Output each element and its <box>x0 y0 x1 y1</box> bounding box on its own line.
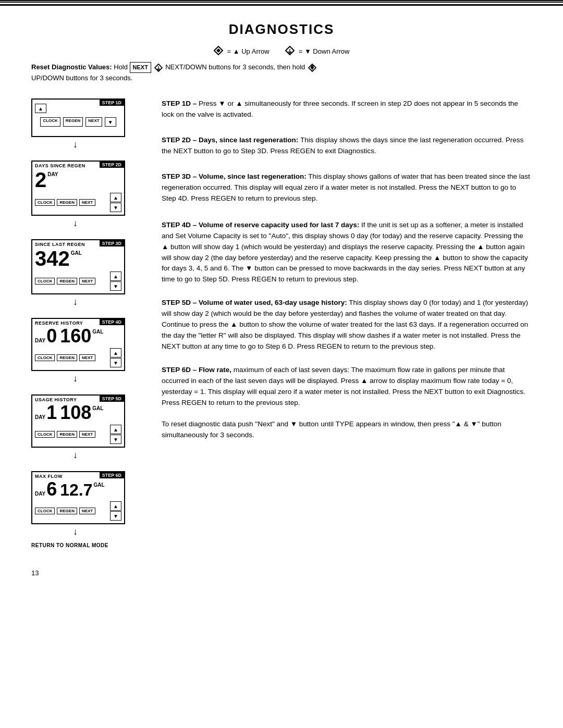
page-number: 13 <box>31 569 532 577</box>
regen-btn-3d: REGEN <box>57 278 77 285</box>
step-2d-unit: DAY <box>47 171 58 177</box>
step-6d-badge: STEP 6D <box>100 472 124 478</box>
step-5d-block: USAGE HISTORY STEP 5D DAY 1 108 GAL CLOC… <box>31 394 146 461</box>
next-btn-4d: NEXT <box>79 354 95 361</box>
left-column: STEP 1D ▲ CLOCK REGEN NEXT ▼ <box>31 98 146 559</box>
page-title: DIAGNOSTICS <box>31 21 532 38</box>
step-3d-block: SINCE LAST REGEN STEP 3D 342 GAL CLOCK R… <box>31 239 146 307</box>
step-5d-heading: STEP 5D – Volume of water used, 63-day u… <box>162 299 347 306</box>
step-6d-day-number: 6 <box>46 480 57 499</box>
step-1d-text: STEP 1D – Press ▼ or ▲ simultaneously fo… <box>162 98 532 120</box>
step-6d-block: MAX FLOW STEP 6D DAY 6 12.7 GAL CLOCK RE… <box>31 471 146 548</box>
step-1d-desc: STEP 1D – Press ▼ or ▲ simultaneously fo… <box>162 98 532 120</box>
down-arrow-2d: ↓ <box>31 218 146 229</box>
clock-btn-4d: CLOCK <box>35 354 55 361</box>
diamond-up-icon <box>214 46 223 57</box>
regen-btn-2d: REGEN <box>57 199 77 206</box>
step-6d-number: 12.7 <box>60 482 92 498</box>
down-arrow-legend-label: = ▼ Down Arrow <box>299 47 350 55</box>
step-5d-buttons: CLOCK REGEN NEXT ▲ ▼ <box>32 423 124 447</box>
step-5d-day-label: DAY <box>35 414 45 420</box>
step-5d-unit: GAL <box>92 405 103 411</box>
step-1d-panel: STEP 1D ▲ CLOCK REGEN NEXT ▼ <box>31 98 125 137</box>
down-arrow-4d: ↓ <box>31 373 146 384</box>
up-arrow-box: ▲ <box>35 104 46 113</box>
step-6d-unit: GAL <box>94 482 105 488</box>
top-border <box>0 0 563 6</box>
down-arrow-6d: ↓ <box>31 526 146 537</box>
step-5d-panel: USAGE HISTORY STEP 5D DAY 1 108 GAL CLOC… <box>31 394 125 448</box>
step-5d-badge: STEP 5D <box>100 396 124 402</box>
reset-bottom-desc: To reset diagnostic data push "Next" and… <box>162 419 532 441</box>
down-arrow-icon-1d: ▼ <box>108 119 113 125</box>
step-1d-block: STEP 1D ▲ CLOCK REGEN NEXT ▼ <box>31 98 146 150</box>
step-4d-text: STEP 4D – Volume of reserve capacity use… <box>162 220 532 286</box>
step-2d-label: DAYS SINCE REGEN <box>35 163 85 168</box>
step-3d-desc: STEP 3D – Volume, since last regeneratio… <box>162 171 532 204</box>
arrows-6d: ▲ ▼ <box>110 501 121 521</box>
step-5d-desc: STEP 5D – Volume of water used, 63-day u… <box>162 298 532 352</box>
next-button-inline: NEXT <box>130 62 151 73</box>
step-4d-number: 160 <box>60 327 91 346</box>
reset-bottom-text: To reset diagnostic data push "Next" and… <box>162 419 532 441</box>
step-3d-panel: SINCE LAST REGEN STEP 3D 342 GAL CLOCK R… <box>31 239 125 294</box>
step-6d-text: STEP 6D – Flow rate, maximum of each of … <box>162 365 532 409</box>
arrows-2d: ▲ ▼ <box>110 193 121 212</box>
down-arrow-3d: ↓ <box>31 297 146 307</box>
arrows-4d: ▲ ▼ <box>110 348 121 367</box>
clock-btn-6d: CLOCK <box>35 508 55 514</box>
next-btn-1d: NEXT <box>85 117 102 127</box>
step-2d-text: STEP 2D – Days, since last regeneration:… <box>162 135 532 157</box>
up-arrow-legend: = ▲ Up Arrow <box>214 46 270 57</box>
down-arrow-legend-icon <box>285 46 295 57</box>
step-3d-badge: STEP 3D <box>100 240 124 246</box>
arrows-3d: ▲ ▼ <box>110 272 121 291</box>
regen-btn-1d: REGEN <box>63 117 83 127</box>
step-6d-heading: STEP 6D – Flow rate, <box>162 366 231 374</box>
arrows-5d: ▲ ▼ <box>110 425 121 444</box>
regen-btn-6d: REGEN <box>57 508 77 514</box>
step-5d-value: DAY 1 108 GAL <box>32 402 124 423</box>
step-4d-heading: STEP 4D – Volume of reserve capacity use… <box>162 221 359 229</box>
svg-marker-1 <box>216 48 221 53</box>
right-column: STEP 1D – Press ▼ or ▲ simultaneously fo… <box>162 98 532 559</box>
step-3d-number: 342 <box>35 248 70 269</box>
reset-label: Reset Diagnostic Values: <box>31 63 112 71</box>
step-4d-desc: STEP 4D – Volume of reserve capacity use… <box>162 220 532 286</box>
step-2d-badge: STEP 2D <box>100 162 124 168</box>
step-2d-header: DAYS SINCE REGEN STEP 2D <box>32 162 124 168</box>
up-arrow-icon: ▲ <box>38 106 43 112</box>
step-5d-number: 108 <box>60 403 91 422</box>
clock-btn-3d: CLOCK <box>35 278 55 285</box>
step-6d-desc: STEP 6D – Flow rate, maximum of each of … <box>162 365 532 409</box>
step-3d-text: STEP 3D – Volume, since last regeneratio… <box>162 171 532 204</box>
step-6d-panel: MAX FLOW STEP 6D DAY 6 12.7 GAL CLOCK RE… <box>31 471 125 524</box>
next-btn-5d: NEXT <box>79 431 95 438</box>
reset-instructions: Reset Diagnostic Values: Hold NEXT NEXT/… <box>31 62 532 83</box>
regen-btn-4d: REGEN <box>57 354 77 361</box>
step-6d-value: DAY 6 12.7 GAL <box>32 479 124 500</box>
step-3d-heading: STEP 3D – Volume, since last regeneratio… <box>162 172 307 180</box>
down-arrow-legend: = ▼ Down Arrow <box>285 46 350 57</box>
clock-btn-1d: CLOCK <box>40 117 60 127</box>
step-2d-panel: DAYS SINCE REGEN STEP 2D 2 DAY CLOCK REG… <box>31 161 125 216</box>
step-5d-day-number: 1 <box>46 403 57 422</box>
up-arrow-legend-label: = ▲ Up Arrow <box>227 47 270 55</box>
step-2d-heading: STEP 2D – Days, since last regeneration: <box>162 136 298 144</box>
step-1d-heading: STEP 1D – <box>162 100 197 107</box>
step-2d-value: 2 DAY <box>32 168 124 191</box>
step-4d-block: RESERVE HISTORY STEP 4D DAY 0 160 GAL CL… <box>31 318 146 384</box>
step-4d-day-label: DAY <box>35 338 45 343</box>
next-btn-6d: NEXT <box>79 508 95 514</box>
down-arrow-box-1d: ▼ <box>105 117 116 127</box>
step-2d-buttons: CLOCK REGEN NEXT ▲ ▼ <box>32 191 124 215</box>
next-btn-3d: NEXT <box>79 278 95 285</box>
step-4d-buttons: CLOCK REGEN NEXT ▲ ▼ <box>32 347 124 370</box>
return-label: RETURN TO NORMAL MODE <box>31 542 146 548</box>
next-btn-2d: NEXT <box>79 199 95 206</box>
step-2d-number: 2 <box>35 169 46 190</box>
step-1d-badge: STEP 1D <box>100 100 124 106</box>
step-4d-value: DAY 0 160 GAL <box>32 326 124 347</box>
step-3d-label: SINCE LAST REGEN <box>35 242 85 247</box>
step-4d-unit: GAL <box>92 329 103 335</box>
